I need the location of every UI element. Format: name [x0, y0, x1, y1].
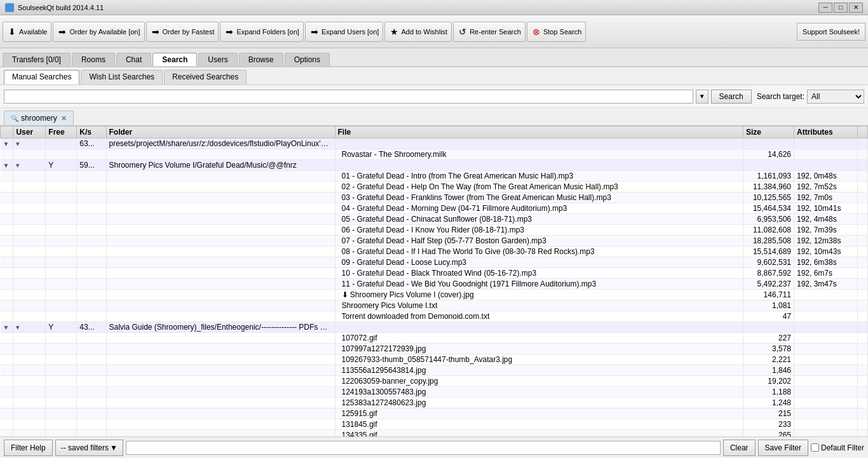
- search-dropdown-button[interactable]: ▼: [696, 90, 709, 104]
- search-tab-shroomery[interactable]: 🔍 shroomery ✕: [4, 111, 74, 125]
- col-size[interactable]: Size: [743, 126, 794, 138]
- expand-users-button[interactable]: ➡ Expand Users [on]: [305, 22, 384, 42]
- expand-cell: [1, 214, 13, 225]
- filter-help-button[interactable]: Filter Help: [4, 440, 53, 456]
- attr-cell: [794, 333, 858, 344]
- window-controls[interactable]: ─ □ ✕: [818, 3, 863, 13]
- search-tab-close[interactable]: ✕: [61, 114, 67, 123]
- expand-cell: [1, 365, 13, 376]
- col-file[interactable]: File: [335, 126, 743, 138]
- attr-cell: [794, 376, 858, 387]
- free-cell: [46, 419, 77, 430]
- table-row: ▼ ▾ 63... presets/projectM/share/usr/z:/…: [1, 138, 868, 149]
- file-cell: 10 - Grateful Dead - Black Throated Wind…: [335, 268, 743, 279]
- search-target-select[interactable]: All Everywhere Room User: [807, 90, 864, 104]
- add-wishlist-button[interactable]: ★ Add to Wishlist: [384, 22, 452, 42]
- tab-rooms[interactable]: Rooms: [72, 53, 115, 66]
- stop-search-button[interactable]: ⊗ Stop Search: [527, 22, 587, 42]
- expand-cell: [1, 344, 13, 354]
- expand-users-label: Expand Users [on]: [322, 28, 379, 36]
- attr-cell: 192, 4m48s: [794, 214, 858, 225]
- search-input[interactable]: [4, 90, 693, 104]
- file-cell: 125915.gif: [335, 408, 743, 419]
- attr-cell: [794, 365, 858, 376]
- size-cell: 9,602,531: [743, 257, 794, 268]
- order-fastest-button[interactable]: ➡ Order by Fastest: [146, 22, 219, 42]
- search-button[interactable]: Search: [711, 90, 752, 104]
- speed-cell: [77, 225, 106, 236]
- file-cell: 09 - Grateful Dead - Loose Lucy.mp3: [335, 257, 743, 268]
- attr-cell: 192, 7m52s: [794, 182, 858, 192]
- file-cell: [335, 160, 743, 171]
- tab-users[interactable]: Users: [198, 53, 237, 66]
- expand-icon[interactable]: ▼: [3, 324, 10, 331]
- file-cell: Torrent downloaded from Demonoid.com.txt: [335, 311, 743, 322]
- expand-icon[interactable]: ▼: [3, 140, 10, 147]
- close-button[interactable]: ✕: [849, 3, 863, 13]
- expand-cell: [1, 171, 13, 182]
- expand-cell: [1, 192, 13, 203]
- tab-search[interactable]: Search: [153, 53, 197, 66]
- attr-cell: [794, 149, 858, 160]
- size-cell: [743, 160, 794, 171]
- col-free[interactable]: Free: [46, 126, 77, 138]
- table-row: 11 - Grateful Dead - We Bid You Goodnigh…: [1, 279, 868, 290]
- user-cell: ▾: [13, 160, 46, 171]
- size-cell: 1,081: [743, 300, 794, 311]
- speed-cell: [77, 214, 106, 225]
- tab-transfers[interactable]: Transfers [0/0]: [3, 53, 71, 66]
- col-scroll: [858, 126, 868, 138]
- folder-cell: [106, 333, 335, 344]
- user-cell: [13, 408, 46, 419]
- save-filter-button[interactable]: Save Filter: [758, 440, 808, 456]
- sub-tab-wishlist[interactable]: Wish List Searches: [81, 70, 163, 84]
- saved-filters-button[interactable]: -- saved filters ▼: [55, 440, 123, 456]
- default-filter-checkbox[interactable]: [811, 443, 819, 452]
- folder-cell: [106, 365, 335, 376]
- col-folder[interactable]: Folder: [106, 126, 335, 138]
- results-container[interactable]: User Free K/s Folder File Size Attribute…: [0, 126, 868, 436]
- expand-cell: [1, 225, 13, 236]
- tab-browse[interactable]: Browse: [239, 53, 283, 66]
- minimize-button[interactable]: ─: [818, 3, 832, 13]
- col-user[interactable]: User: [13, 126, 46, 138]
- speed-cell: [77, 398, 106, 408]
- clear-button[interactable]: Clear: [723, 440, 756, 456]
- table-header-row: User Free K/s Folder File Size Attribute…: [1, 126, 868, 138]
- col-expand: [1, 126, 13, 138]
- free-cell: Y: [46, 322, 77, 333]
- free-cell: [46, 311, 77, 322]
- free-cell: Y: [46, 160, 77, 171]
- sub-tabs: Manual Searches Wish List Searches Recei…: [0, 67, 868, 85]
- order-available-button[interactable]: ➡ Order by Available [on]: [53, 22, 144, 42]
- col-attr[interactable]: Attributes: [794, 126, 858, 138]
- tab-options[interactable]: Options: [285, 53, 330, 66]
- user-cell: [13, 257, 46, 268]
- expand-icon[interactable]: ▼: [3, 162, 10, 169]
- available-button[interactable]: ⬇ Available: [3, 22, 51, 42]
- folder-cell: [106, 398, 335, 408]
- sub-tab-manual[interactable]: Manual Searches: [4, 70, 79, 84]
- user-cell: [13, 430, 46, 437]
- col-speed[interactable]: K/s: [77, 126, 106, 138]
- table-row: 10 - Grateful Dead - Black Throated Wind…: [1, 268, 868, 279]
- expand-cell[interactable]: ▼: [1, 160, 13, 171]
- size-cell: 146,711: [743, 290, 794, 300]
- table-row: ⬇ Shroomery Pics Volume I (cover).jpg 14…: [1, 290, 868, 300]
- order-available-icon: ➡: [57, 27, 67, 37]
- user-cell: [13, 171, 46, 182]
- speed-cell: [77, 279, 106, 290]
- expand-cell[interactable]: ▼: [1, 138, 13, 149]
- expand-cell[interactable]: ▼: [1, 322, 13, 333]
- file-cell: 107997a1272172939.jpg: [335, 344, 743, 354]
- expand-cell: [1, 236, 13, 246]
- reenter-search-button[interactable]: ↺ Re-enter Search: [453, 22, 526, 42]
- maximize-button[interactable]: □: [834, 3, 848, 13]
- folder-cell: [106, 214, 335, 225]
- expand-folders-button[interactable]: ➡ Expand Folders [on]: [220, 22, 303, 42]
- filter-input[interactable]: [126, 441, 721, 455]
- sub-tab-received[interactable]: Received Searches: [164, 70, 247, 84]
- support-button[interactable]: Support Soulseek!: [797, 23, 865, 41]
- table-row: 113556a1295643814.jpg 1,846: [1, 365, 868, 376]
- tab-chat[interactable]: Chat: [116, 53, 151, 66]
